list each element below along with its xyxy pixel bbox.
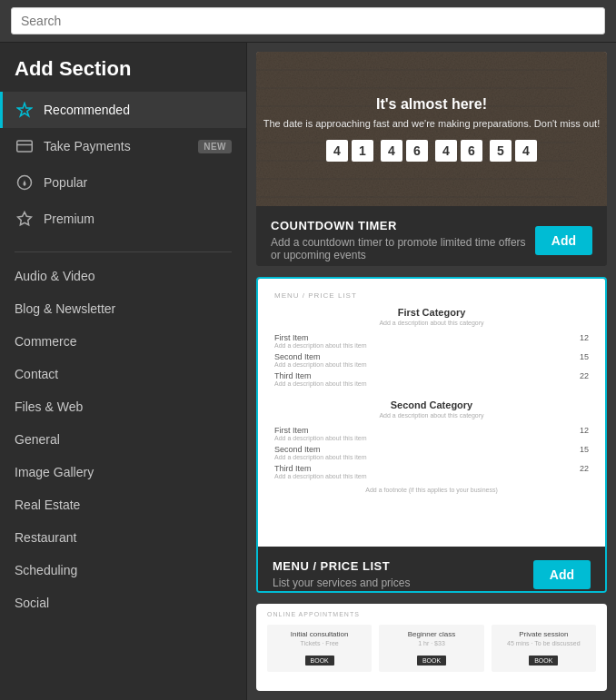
digit-6: 5 bbox=[490, 140, 512, 162]
appt-book-1: BOOK bbox=[305, 656, 334, 665]
menu-cat-2-desc: Add a description about this category bbox=[274, 412, 589, 419]
appointments-preview: ONLINE APPOINTMENTS Initial consultation… bbox=[256, 604, 607, 691]
sidebar-item-commerce[interactable]: Commerce bbox=[0, 325, 246, 358]
credit-card-icon bbox=[15, 136, 35, 156]
sidebar-item-scheduling[interactable]: Scheduling bbox=[0, 554, 246, 587]
countdown-card-desc: Add a countdown timer to promote limited… bbox=[271, 236, 535, 261]
sidebar-item-real-estate[interactable]: Real Estate bbox=[0, 488, 246, 521]
sidebar-item-files-web-label: Files & Web bbox=[15, 399, 83, 414]
countdown-card: It's almost here! The date is approachin… bbox=[256, 52, 607, 266]
sidebar-item-blog-newsletter-label: Blog & Newsletter bbox=[15, 301, 115, 316]
new-badge: NEW bbox=[198, 140, 232, 153]
sidebar-item-recommended[interactable]: Recommended bbox=[0, 92, 246, 128]
menu-item-info: First Item Add a description about this … bbox=[274, 333, 367, 349]
appt-cards: Initial consultation Tickets · Free BOOK… bbox=[267, 625, 596, 672]
sidebar-item-contact[interactable]: Contact bbox=[0, 358, 246, 390]
premium-icon bbox=[15, 209, 35, 229]
countdown-overlay: It's almost here! The date is approachin… bbox=[256, 52, 607, 206]
sidebar-item-popular-label: Popular bbox=[44, 175, 87, 190]
sidebar-divider bbox=[15, 251, 232, 252]
menu-item-row: Second Item Add a description about this… bbox=[274, 445, 589, 460]
sidebar-item-recommended-label: Recommended bbox=[44, 103, 130, 117]
sidebar-item-real-estate-label: Real Estate bbox=[15, 498, 80, 512]
countdown-add-button[interactable]: Add bbox=[535, 226, 592, 255]
menu-price-list-card: MENU / PRICE LIST First Category Add a d… bbox=[256, 277, 607, 592]
sidebar-item-scheduling-label: Scheduling bbox=[15, 563, 77, 577]
menu-footer: Add a footnote (if this applies to your … bbox=[274, 487, 589, 493]
menu-preview-tag: MENU / PRICE LIST bbox=[274, 291, 589, 300]
appt-book-2: BOOK bbox=[417, 656, 446, 665]
nav-section-recommended: Recommended Take Payments NEW bbox=[0, 92, 246, 244]
search-input[interactable] bbox=[11, 7, 605, 35]
menu-spacer bbox=[274, 390, 589, 399]
menu-card-desc: List your services and prices bbox=[273, 577, 410, 589]
sidebar-item-image-gallery[interactable]: Image Gallery bbox=[0, 456, 246, 488]
sidebar-item-popular[interactable]: Popular bbox=[0, 164, 246, 201]
sidebar-item-social[interactable]: Social bbox=[0, 587, 246, 619]
sidebar-item-files-web[interactable]: Files & Web bbox=[0, 390, 246, 423]
star-icon bbox=[15, 100, 35, 120]
appt-card-2: Beginner class 1 hr · $33 BOOK bbox=[379, 625, 483, 672]
digit-4: 4 bbox=[435, 140, 457, 162]
countdown-digits: 4 1 4 6 4 6 5 4 bbox=[326, 140, 537, 162]
sidebar-item-general[interactable]: General bbox=[0, 423, 246, 456]
sidebar-item-premium-label: Premium bbox=[44, 212, 94, 226]
digit-7: 4 bbox=[515, 140, 537, 162]
sidebar-item-restaurant[interactable]: Restaurant bbox=[0, 521, 246, 554]
sidebar-item-blog-newsletter[interactable]: Blog & Newsletter bbox=[0, 292, 246, 325]
sidebar-item-restaurant-label: Restaurant bbox=[15, 530, 76, 545]
countdown-card-title: COUNTDOWN TIMER bbox=[271, 219, 535, 232]
menu-card-title: MENU / PRICE LIST bbox=[273, 559, 410, 573]
digit-3: 6 bbox=[406, 140, 428, 162]
sidebar-item-audio-video[interactable]: Audio & Video bbox=[0, 260, 246, 292]
sidebar-item-contact-label: Contact bbox=[15, 367, 58, 381]
sidebar-title: Add Section bbox=[0, 43, 246, 92]
content-panel: It's almost here! The date is approachin… bbox=[247, 43, 616, 700]
digit-1: 1 bbox=[352, 140, 373, 162]
countdown-card-info: COUNTDOWN TIMER Add a countdown timer to… bbox=[256, 206, 607, 266]
menu-preview: MENU / PRICE LIST First Category Add a d… bbox=[258, 279, 605, 547]
appt-card-1: Initial consultation Tickets · Free BOOK bbox=[267, 625, 372, 672]
svg-rect-0 bbox=[17, 141, 33, 152]
countdown-preview: It's almost here! The date is approachin… bbox=[256, 52, 607, 206]
menu-item-row: Second Item Add a description about this… bbox=[274, 352, 589, 368]
menu-item-row: Third Item Add a description about this … bbox=[274, 464, 589, 479]
appt-card-3: Private session 45 mins · To be discusse… bbox=[492, 625, 596, 672]
sidebar-item-commerce-label: Commerce bbox=[15, 334, 76, 349]
digit-2: 4 bbox=[381, 140, 402, 162]
sidebar: Add Section Recommended bbox=[0, 43, 247, 700]
flame-icon bbox=[15, 173, 35, 192]
menu-item-row: First Item Add a description about this … bbox=[274, 333, 589, 349]
countdown-card-text: COUNTDOWN TIMER Add a countdown timer to… bbox=[271, 219, 535, 261]
countdown-preview-title: It's almost here! bbox=[376, 96, 487, 113]
sidebar-item-premium[interactable]: Premium bbox=[0, 201, 246, 237]
menu-card-text: MENU / PRICE LIST List your services and… bbox=[273, 559, 410, 589]
countdown-preview-subtitle: The date is approaching fast and we're m… bbox=[263, 118, 600, 129]
menu-cat-2-name: Second Category bbox=[274, 399, 589, 410]
digit-5: 6 bbox=[461, 140, 482, 162]
appt-tag: ONLINE APPOINTMENTS bbox=[267, 611, 596, 617]
menu-item-row: First Item Add a description about this … bbox=[274, 426, 589, 441]
menu-add-button[interactable]: Add bbox=[533, 560, 591, 589]
digit-0: 4 bbox=[326, 140, 348, 162]
menu-item-row: Third Item Add a description about this … bbox=[274, 371, 589, 387]
sidebar-item-audio-video-label: Audio & Video bbox=[15, 269, 94, 283]
sidebar-item-social-label: Social bbox=[15, 596, 49, 610]
main-layout: Add Section Recommended bbox=[0, 43, 616, 700]
appointments-card: ONLINE APPOINTMENTS Initial consultation… bbox=[256, 604, 607, 691]
sidebar-item-take-payments-label: Take Payments bbox=[44, 139, 131, 153]
sidebar-item-general-label: General bbox=[15, 432, 60, 447]
sidebar-item-take-payments[interactable]: Take Payments NEW bbox=[0, 128, 246, 164]
appt-book-3: BOOK bbox=[529, 656, 558, 665]
menu-card-info: MENU / PRICE LIST List your services and… bbox=[258, 547, 605, 592]
sidebar-categories: Audio & Video Blog & Newsletter Commerce… bbox=[0, 260, 246, 619]
svg-marker-2 bbox=[18, 212, 32, 225]
sidebar-item-image-gallery-label: Image Gallery bbox=[15, 465, 94, 479]
search-bar bbox=[0, 0, 616, 43]
menu-cat-1-desc: Add a description about this category bbox=[274, 320, 589, 326]
menu-cat-1-name: First Category bbox=[274, 307, 589, 318]
